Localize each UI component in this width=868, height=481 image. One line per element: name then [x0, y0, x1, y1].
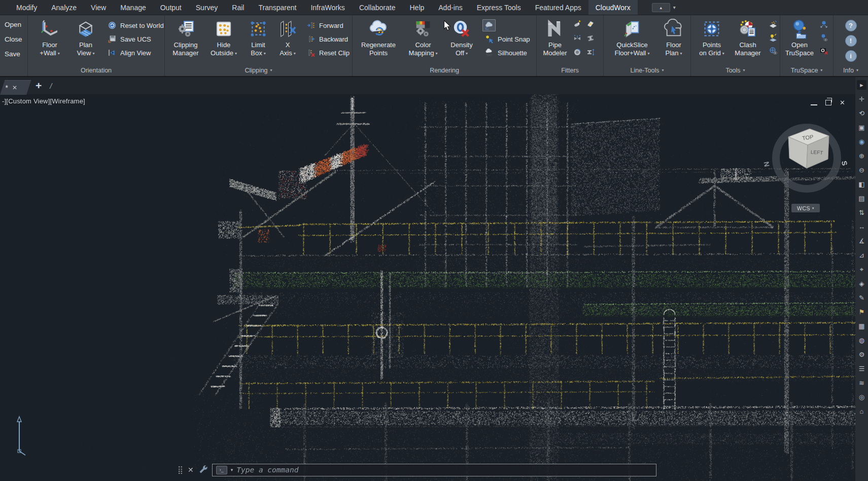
menu-item-rail[interactable]: Rail: [225, 0, 251, 15]
waves-icon[interactable]: ≋: [857, 378, 866, 388]
viewcube-left-label[interactable]: LEFT: [811, 149, 823, 156]
menu-item-cloudworx[interactable]: CloudWorx: [588, 0, 638, 15]
zoom-out-icon[interactable]: ⊖: [857, 165, 866, 175]
swap-vertical-icon[interactable]: ⇅: [857, 208, 866, 217]
fit-flange-button[interactable]: [572, 47, 582, 57]
list-icon[interactable]: ☰: [857, 364, 866, 374]
scene-light-button[interactable]: [768, 32, 778, 43]
reset-to-world-button[interactable]: Reset to World: [105, 19, 166, 31]
target-eye-button[interactable]: [768, 46, 778, 56]
zoom-in-icon[interactable]: ⊕: [857, 151, 866, 161]
swap-horizontal-icon[interactable]: ↔: [857, 222, 866, 232]
menu-item-modify[interactable]: Modify: [9, 0, 44, 15]
reset-clip-button[interactable]: Reset Clip: [304, 47, 352, 59]
color-mapping-button[interactable]: Color Mapping▾: [405, 18, 441, 58]
diamond-icon[interactable]: ◈: [857, 279, 866, 288]
panel-label-info[interactable]: Info▾: [834, 64, 868, 76]
plan-view-button[interactable]: Plan View▾: [71, 18, 101, 58]
menu-item-express-tools[interactable]: Express Tools: [470, 0, 528, 15]
truspace-sync-button[interactable]: [819, 19, 829, 29]
settings-icon[interactable]: ⚙: [857, 350, 866, 359]
new-tab-button[interactable]: +: [36, 81, 42, 91]
menu-item-survey[interactable]: Survey: [189, 0, 225, 15]
open-button[interactable]: Open: [5, 17, 21, 31]
tab-close-icon[interactable]: ✕: [12, 84, 17, 91]
restore-icon[interactable]: [825, 100, 831, 105]
menu-item-add-ins[interactable]: Add-ins: [431, 0, 469, 15]
limit-box-button[interactable]: Limit Box▾: [245, 18, 271, 58]
layers-icon[interactable]: ▤: [857, 194, 866, 203]
floor-plan-button[interactable]: Floor Plan▾: [661, 18, 687, 58]
command-input[interactable]: ›_ ▾ Type a command: [212, 464, 656, 476]
warning-button[interactable]: !: [845, 35, 857, 47]
panel-label-clipping[interactable]: Clipping▾: [165, 64, 352, 76]
panel-label-rendering[interactable]: Rendering: [353, 64, 536, 76]
pipe-modeler-button[interactable]: Pipe Modeler: [540, 18, 570, 57]
customize-wrench-icon[interactable]: [198, 464, 207, 475]
menu-item-output[interactable]: Output: [153, 0, 189, 15]
quickslice-floor-wall-button[interactable]: QuickSlice Floor+Wall▾: [610, 18, 654, 58]
point-style-icon[interactable]: ◍: [857, 336, 866, 345]
panel-label-fitters[interactable]: Fitters: [537, 64, 603, 76]
menu-item-collaborate[interactable]: Collaborate: [352, 0, 403, 15]
cube-icon[interactable]: ▣: [857, 123, 866, 132]
save-ucs-button[interactable]: Save UCS: [105, 33, 166, 45]
pin-icon[interactable]: ◎: [857, 392, 866, 402]
panel-label-orientation[interactable]: Orientation: [28, 64, 164, 76]
clip-plane-icon[interactable]: ◧: [857, 179, 866, 189]
home-icon[interactable]: ⌂: [857, 406, 866, 416]
point-cloud-toggle-button[interactable]: [482, 19, 496, 31]
menu-item-manage[interactable]: Manage: [113, 0, 153, 15]
menu-item-featured-apps[interactable]: Featured Apps: [528, 0, 588, 15]
center-target-icon[interactable]: ⌖: [857, 265, 866, 274]
drawing-tab[interactable]: * ✕: [0, 80, 31, 95]
menu-item-view[interactable]: View: [84, 0, 113, 15]
viewcube[interactable]: TOP LEFT: [784, 122, 831, 172]
panel-label-line-tools[interactable]: Line-Tools▾: [604, 64, 690, 76]
measure-angle-icon[interactable]: ∡: [857, 236, 866, 246]
chevron-down-icon[interactable]: ▾: [673, 5, 676, 10]
forward-button[interactable]: Forward: [304, 19, 352, 31]
save-button[interactable]: Save: [5, 47, 20, 61]
pan-icon[interactable]: ✛: [857, 94, 866, 104]
flag-icon[interactable]: ⚑: [857, 307, 866, 317]
menu-item-help[interactable]: Help: [402, 0, 431, 15]
minimize-icon[interactable]: [811, 104, 817, 105]
align-view-button[interactable]: Align View: [105, 47, 166, 59]
fit-valve-button[interactable]: [572, 33, 582, 43]
viewport-canvas[interactable]: [0, 94, 855, 481]
truspace-off-button[interactable]: [819, 46, 829, 56]
open-truspace-button[interactable]: Open TruSpace: [783, 18, 816, 57]
help-button[interactable]: ?: [845, 20, 857, 31]
fit-cylinder-button[interactable]: [572, 19, 582, 29]
orbit-icon[interactable]: ⟲: [857, 108, 866, 118]
clipping-manager-button[interactable]: Clipping Manager: [169, 18, 202, 57]
viewport-controls-label[interactable]: -][Custom View][Wireframe]: [2, 97, 85, 105]
silhouette-button[interactable]: Silhouette: [482, 47, 532, 59]
x-axis-button[interactable]: X Axis▾: [276, 18, 299, 58]
points-on-surface-button[interactable]: [768, 19, 778, 29]
annotate-icon[interactable]: ✎: [857, 293, 866, 303]
hide-outside-button[interactable]: Hide Outside▾: [207, 18, 240, 58]
close-icon[interactable]: ✕: [840, 99, 845, 106]
chevron-down-icon[interactable]: ▾: [231, 467, 233, 472]
density-off-button[interactable]: Density Off▾: [446, 18, 477, 58]
points-on-grid-button[interactable]: Points on Grid▾: [696, 18, 727, 58]
panel-label-tools[interactable]: Tools▾: [691, 64, 780, 76]
about-button[interactable]: i: [845, 50, 857, 62]
ribbon-collapse-button[interactable]: ▴: [652, 3, 670, 12]
close-button[interactable]: Close: [5, 32, 22, 46]
wcs-badge[interactable]: WCS ▾: [791, 204, 820, 212]
sphere-icon[interactable]: ◉: [857, 137, 866, 146]
fit-steel-button[interactable]: [585, 33, 596, 43]
fit-beam-height-button[interactable]: [585, 47, 596, 57]
menu-item-transparent[interactable]: Transparent: [251, 0, 303, 15]
measure-triangle-icon[interactable]: ⊿: [857, 250, 866, 260]
clash-manager-button[interactable]: Clash Manager: [732, 18, 764, 57]
panel-arrow-icon[interactable]: ▸: [857, 80, 866, 90]
fit-grate-button[interactable]: [585, 19, 596, 29]
panel-label-truspace[interactable]: TruSpace▾: [780, 64, 833, 76]
backward-button[interactable]: Backward: [304, 33, 352, 45]
dock-close-icon[interactable]: ✕: [188, 466, 194, 474]
menu-item-analyze[interactable]: Analyze: [44, 0, 84, 15]
